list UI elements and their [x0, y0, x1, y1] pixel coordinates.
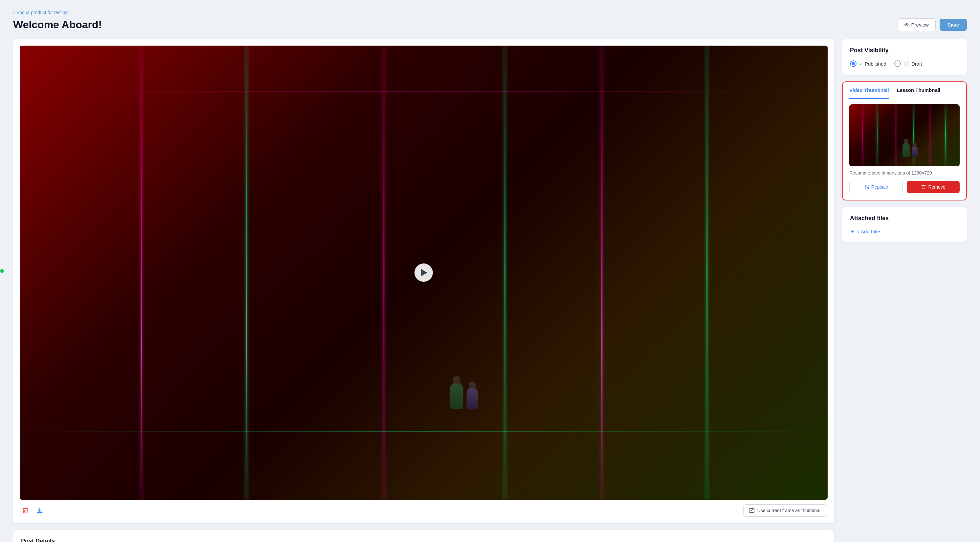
preview-button[interactable]: 👁 Preview: [897, 18, 935, 31]
thumb-neon-6: [945, 104, 946, 166]
person-2: [467, 387, 478, 409]
thumb-neon-5: [930, 104, 931, 166]
visibility-title: Post Visibility: [850, 47, 959, 54]
thumb-person-1: [902, 143, 910, 157]
replace-icon: [864, 184, 869, 190]
right-column: Post Visibility ✓ Published 📄 Draft: [842, 39, 967, 242]
thumb-neon-1: [862, 104, 863, 166]
play-icon: [421, 269, 427, 276]
download-video-button[interactable]: [35, 506, 45, 515]
header-actions: 👁 Preview Save: [897, 18, 967, 31]
thumbnail-tabs: Video Thumbnail Lesson Thumbnail: [843, 82, 966, 99]
video-action-left: [21, 506, 45, 515]
attached-files-title: Attached files: [850, 215, 959, 222]
page-header: Welcome Aboard! 👁 Preview Save: [13, 18, 967, 31]
thumbnail-body: Recommended dimensions of 1280×720 Repla…: [843, 99, 966, 200]
breadcrumb-label: Vooha product for testing: [17, 10, 68, 15]
post-details-card: Post Details Title Category: [13, 530, 834, 542]
trash-icon: [22, 507, 29, 514]
video-card: ▶ 00:00 / 00:08 🔊 ⚙ ⛶ ⛶: [13, 39, 834, 523]
save-button[interactable]: Save: [940, 19, 967, 31]
breadcrumb-arrow: ‹: [13, 10, 15, 15]
main-layout: ▶ 00:00 / 00:08 🔊 ⚙ ⛶ ⛶: [13, 39, 967, 542]
thumbnail-card: Video Thumbnail Lesson Thumbnail: [842, 81, 967, 200]
frame-icon: [749, 507, 755, 513]
draft-label: 📄 Draft: [904, 61, 922, 67]
play-button[interactable]: [414, 263, 433, 282]
published-label: ✓ Published: [859, 61, 886, 67]
tab-video-thumbnail[interactable]: Video Thumbnail: [849, 82, 889, 99]
thumbnail-preview: [849, 104, 959, 166]
published-radio-dot: [851, 62, 855, 65]
draft-radio[interactable]: [894, 60, 901, 67]
attached-files-card: Attached files ＋ + Add Files: [842, 207, 967, 242]
tab-lesson-thumbnail[interactable]: Lesson Thumbnail: [897, 82, 940, 99]
visibility-options: ✓ Published 📄 Draft: [850, 60, 959, 67]
published-radio[interactable]: [850, 60, 856, 67]
person-1: [450, 382, 463, 409]
use-current-frame-button[interactable]: Use current frame as thumbnail: [743, 504, 827, 517]
sidebar-indicator: [0, 269, 4, 273]
left-column: ▶ 00:00 / 00:08 🔊 ⚙ ⛶ ⛶: [13, 39, 834, 542]
video-wrapper: ▶ 00:00 / 00:08 🔊 ⚙ ⛶ ⛶: [20, 46, 827, 500]
plus-icon: ＋: [850, 228, 855, 235]
page-title: Welcome Aboard!: [13, 19, 102, 31]
post-details-title: Post Details: [21, 538, 826, 542]
add-files-button[interactable]: ＋ + Add Files: [850, 228, 881, 235]
thumb-person-2: [912, 146, 918, 157]
published-option[interactable]: ✓ Published: [850, 60, 886, 67]
draft-icon: 📄: [904, 61, 910, 67]
thumb-neon-3: [896, 104, 896, 166]
people-silhouette: [450, 382, 478, 409]
video-actions: Use current frame as thumbnail: [20, 504, 827, 517]
thumb-people: [902, 143, 918, 157]
neon-line-h1: [20, 91, 827, 92]
visibility-card: Post Visibility ✓ Published 📄 Draft: [842, 39, 967, 75]
remove-thumbnail-button[interactable]: Remove: [907, 181, 959, 193]
thumbnail-actions: Replace Remove: [849, 181, 959, 193]
trash-remove-icon: [921, 184, 926, 190]
check-icon: ✓: [859, 61, 863, 66]
delete-video-button[interactable]: [21, 506, 30, 515]
draft-option[interactable]: 📄 Draft: [894, 60, 922, 67]
rec-dimensions: Recommended dimensions of 1280×720: [849, 170, 959, 176]
thumb-neon-2: [877, 104, 878, 166]
breadcrumb[interactable]: ‹ Vooha product for testing: [13, 10, 967, 15]
neon-line-h2: [20, 431, 827, 432]
replace-thumbnail-button[interactable]: Replace: [849, 181, 903, 193]
eye-icon: 👁: [904, 22, 909, 28]
download-icon: [36, 507, 43, 514]
